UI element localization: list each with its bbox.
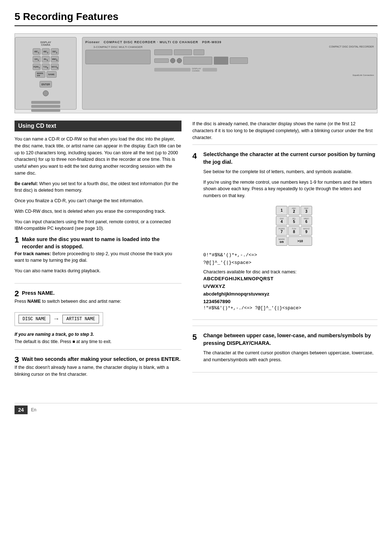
- page-lang: En: [31, 407, 37, 412]
- key-3: DEF3: [301, 206, 312, 215]
- step-5-heading: Change between upper case, lower-case, a…: [203, 332, 377, 347]
- step-1-number: 1: [15, 236, 19, 244]
- step-2-block: 2 Press NAME. Press NAME to switch betwe…: [15, 289, 181, 350]
- flow-arrow: →: [53, 315, 60, 323]
- page-footer: 24 En: [15, 403, 377, 414]
- name-flow-diagram: DISC NAME → ARTIST NAME: [15, 312, 103, 326]
- special-line-2: ?@[]^_'{|}<space>: [203, 259, 377, 267]
- for-track-label: For track names:: [15, 251, 51, 256]
- page-title: 5 Recording Features: [15, 11, 377, 26]
- uppercase-chars: ABCDEFGHIJKLMNOPQRST: [203, 276, 377, 281]
- default-note: The default is disc title. Press ■ at an…: [15, 339, 181, 344]
- special-chars-display: 0!"#$%&'()*+,-./<=> ?@[]^_'{|}<space>: [203, 252, 377, 267]
- page-number: 24: [15, 406, 28, 414]
- right-column: If the disc is already named, the charac…: [192, 121, 377, 392]
- disc-name-box: DISC NAME: [19, 315, 50, 323]
- step-3-para2-right: If the disc is already named, the charac…: [192, 121, 377, 141]
- step-1-sub: For track names: Before proceeding to st…: [15, 250, 181, 264]
- left-column: Using CD text You can name a CD-R or CD-…: [15, 121, 181, 392]
- if-track-note: If you are naming a track, go to step 3.: [15, 332, 181, 337]
- key-9: WXYZ9: [301, 226, 312, 236]
- be-careful-label: Be careful:: [15, 181, 38, 186]
- key-2: ABC2: [288, 206, 300, 215]
- artist-name-box: ARTIST NAME: [62, 315, 99, 323]
- section-heading: Using CD text: [15, 121, 181, 131]
- key-4: GHI4: [276, 216, 287, 225]
- special-line-1: 0!"#$%&'()*+,-./<=>: [203, 252, 377, 259]
- key-7: PQRS7: [276, 226, 287, 236]
- key-0: MARK0/9: [276, 236, 287, 246]
- key-6: MNO6: [301, 216, 312, 225]
- chars-label: Characters available for disc and track …: [203, 269, 377, 274]
- step-3-para1: If the disc doesn't already have a name,…: [15, 364, 181, 378]
- lowercase-chars: abcdefghijklmnopqrstuvwxyz: [203, 291, 377, 297]
- main-unit: Pioneer COMPACT DISC RECORDER · MULTI CD…: [82, 37, 377, 110]
- step-5-block: 5 Change between upper case, lower-case,…: [192, 332, 377, 372]
- step-5-para1: The character at the current cursor posi…: [203, 350, 377, 363]
- step-1-extra: You can also name tracks during playback…: [15, 268, 181, 274]
- key-1: 1: [276, 206, 287, 215]
- cdrw-text: With CD-RW discs, text is deleted when y…: [15, 208, 181, 215]
- step-1-heading: Make sure the disc you want to name is l…: [22, 236, 160, 249]
- key-8: TUV8: [288, 226, 300, 236]
- step-4-number: 4: [192, 151, 203, 314]
- step-5-number: 5: [192, 333, 203, 367]
- step-3-block: 3 Wait two seconds after making your sel…: [15, 355, 181, 387]
- input-methods-text: You can input characters using the front…: [15, 219, 181, 232]
- step-4-para1: See below for the complete list of lette…: [203, 168, 377, 175]
- step-4-heading: Select/change the character at the curre…: [203, 151, 377, 166]
- step-1-block: 1 Make sure the disc you want to name is…: [15, 236, 181, 284]
- key-10: >10: [288, 236, 312, 246]
- step-3-number: 3: [15, 355, 19, 364]
- device-image: DISPLAYCHARA ABC1 ABC2 DEF3 GHI4 JKL5 MN…: [15, 33, 377, 113]
- number-chars: 1234567890: [203, 299, 377, 304]
- uppercase-chars-2: UVWXYZ: [203, 284, 377, 289]
- intro-text: You can name a CD-R or CD-RW so that whe…: [15, 136, 181, 177]
- step-2-number: 2: [15, 289, 19, 298]
- keypad-diagram-small: 1 ABC2 DEF3 GHI4 JKL5 MNO6 PQRS7 TUV8 WX…: [276, 206, 312, 246]
- be-careful-body: When you set text for a fourth disc, the…: [15, 181, 178, 193]
- step-2-heading: Press NAME.: [22, 290, 54, 296]
- step-3-heading: Wait two seconds after making your selec…: [22, 356, 180, 362]
- be-careful-text: Be careful: When you set text for a four…: [15, 180, 181, 194]
- once-finalize-text: Once you finalize a CD-R, you can't chan…: [15, 197, 181, 204]
- remote-control: DISPLAYCHARA ABC1 ABC2 DEF3 GHI4 JKL5 MN…: [15, 37, 77, 110]
- brand-label: Pioneer COMPACT DISC RECORDER · MULTI CD…: [85, 40, 374, 44]
- special-chars: !"#$%&'()*+,-./<=> ?@[]^_'{|}<space>: [203, 306, 377, 311]
- key-5: JKL5: [288, 216, 300, 225]
- step-4-block: 4 Select/change the character at the cur…: [192, 151, 377, 320]
- press-name-text: Press NAME to switch between disc and ar…: [15, 298, 181, 305]
- step-5-content: Change between upper case, lower-case, a…: [203, 332, 377, 367]
- step-4-content: Select/change the character at the curre…: [203, 151, 377, 314]
- step-4-para2: If you're using the remote control, use …: [203, 179, 377, 199]
